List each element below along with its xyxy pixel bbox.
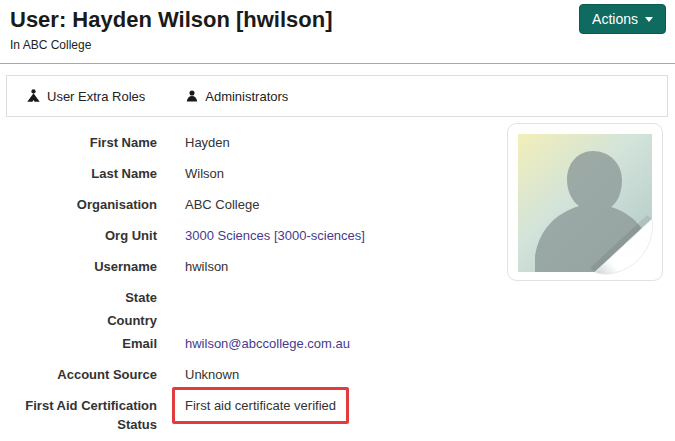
page-title: User: Hayden Wilson [hwilson] — [10, 6, 665, 34]
tab-bar: User Extra Roles Administrators — [6, 75, 668, 117]
email-link[interactable]: hwilson@abccollege.com.au — [185, 336, 350, 351]
field-value: Unknown — [185, 365, 239, 384]
field-label: Email — [0, 334, 157, 353]
field-row-username: Username hwilson — [0, 257, 500, 276]
field-label: First Aid Certification Status — [0, 396, 157, 434]
highlight-box: First aid certificate verified — [172, 387, 349, 424]
field-row-state: State — [0, 288, 500, 307]
field-value: Hayden — [185, 133, 230, 152]
field-label: First Name — [0, 133, 157, 152]
field-label: Last Name — [0, 164, 157, 183]
field-value: First aid certificate verified — [185, 396, 349, 424]
field-row-organisation: Organisation ABC College — [0, 195, 500, 214]
actions-button[interactable]: Actions — [579, 4, 666, 34]
field-value: hwilson@abccollege.com.au — [185, 334, 350, 353]
field-value: 3000 Sciences [3000-sciences] — [185, 226, 365, 245]
field-label: State — [0, 288, 157, 307]
page-header: User: Hayden Wilson [hwilson] In ABC Col… — [10, 6, 665, 53]
actions-button-label: Actions — [592, 11, 638, 27]
field-label: Username — [0, 257, 157, 276]
field-value: Wilson — [185, 164, 224, 183]
field-value: hwilson — [185, 257, 228, 276]
caret-down-icon — [645, 17, 653, 22]
field-row-last-name: Last Name Wilson — [0, 164, 500, 183]
field-label: Country — [0, 311, 157, 330]
field-row-first-aid-status: First Aid Certification Status First aid… — [0, 396, 500, 434]
field-value: ABC College — [185, 195, 259, 214]
tab-administrators[interactable]: Administrators — [185, 89, 288, 104]
header-divider — [0, 63, 675, 64]
page-subtitle: In ABC College — [10, 38, 665, 53]
administrator-icon — [185, 89, 199, 104]
field-row-country: Country — [0, 311, 500, 330]
field-row-account-source: Account Source Unknown — [0, 365, 500, 384]
tab-label: User Extra Roles — [47, 89, 145, 104]
field-label: Account Source — [0, 365, 157, 384]
field-row-org-unit: Org Unit 3000 Sciences [3000-sciences] — [0, 226, 500, 245]
org-unit-link[interactable]: 3000 Sciences [3000-sciences] — [185, 228, 365, 243]
field-label: Org Unit — [0, 226, 157, 245]
profile-photo-placeholder — [507, 123, 663, 285]
field-row-first-name: First Name Hayden — [0, 133, 500, 152]
user-extra-roles-icon — [26, 89, 41, 104]
user-details: First Name Hayden Last Name Wilson Organ… — [0, 133, 500, 441]
field-label: Organisation — [0, 195, 157, 214]
first-aid-status-value: First aid certificate verified — [185, 398, 336, 413]
tab-label: Administrators — [205, 89, 288, 104]
field-row-email: Email hwilson@abccollege.com.au — [0, 334, 500, 353]
tab-user-extra-roles[interactable]: User Extra Roles — [26, 89, 145, 104]
